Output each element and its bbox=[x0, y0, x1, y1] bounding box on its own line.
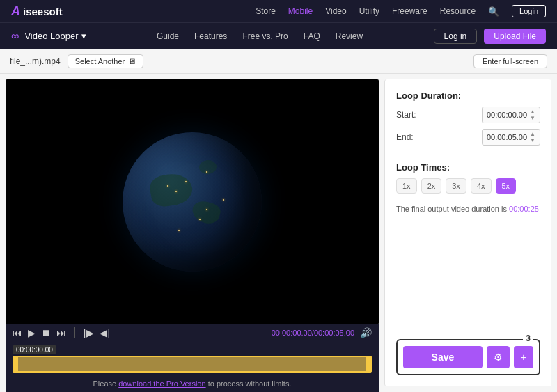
nav-utility[interactable]: Utility bbox=[359, 6, 379, 16]
timeline-area: 00:00:00.00 bbox=[6, 341, 379, 375]
nav-faq[interactable]: FAQ bbox=[304, 31, 320, 41]
stop-button[interactable]: ⏹ bbox=[41, 327, 51, 338]
file-bar-left: file_...m).mp4 Select Another 🖥 bbox=[10, 54, 143, 68]
nav-free-vs-pro[interactable]: Free vs. Pro bbox=[242, 31, 288, 41]
divider bbox=[74, 327, 75, 338]
second-nav-actions: Log in Upload File bbox=[434, 29, 546, 44]
save-area: 3 Save ⚙ + bbox=[396, 339, 540, 375]
logo: A iseesoft bbox=[11, 4, 63, 19]
loop-3x-button[interactable]: 3x bbox=[446, 178, 466, 194]
save-settings-button[interactable]: ⚙ bbox=[487, 346, 510, 368]
loop-5x-button[interactable]: 5x bbox=[496, 178, 517, 194]
loop-duration-section: Loop Duration: Start: 00:00:00.00 ▲▼ End… bbox=[396, 91, 540, 151]
select-another-label: Select Another bbox=[75, 57, 125, 65]
end-label: End: bbox=[396, 132, 414, 142]
loop-times-section: Loop Times: 1x 2x 3x 4x 5x bbox=[396, 162, 540, 194]
save-outline-box: 3 Save ⚙ + bbox=[396, 339, 540, 375]
fullscreen-button[interactable]: Enter full-screen bbox=[473, 54, 547, 68]
login-button[interactable]: Login bbox=[512, 5, 546, 17]
search-icon[interactable]: 🔍 bbox=[488, 6, 499, 17]
logo-icon: A bbox=[11, 4, 20, 19]
loop-4x-button[interactable]: 4x bbox=[471, 178, 492, 194]
loop-duration-title: Loop Duration: bbox=[396, 91, 540, 101]
start-time-input[interactable]: 00:00:00.00 ▲▼ bbox=[482, 107, 540, 123]
save-buttons: Save ⚙ + bbox=[403, 346, 533, 368]
promo-bar: Please download the Pro Version to proce… bbox=[6, 375, 379, 392]
city-light bbox=[206, 171, 207, 173]
app-name-label: Video Looper bbox=[24, 31, 78, 41]
logo-text: iseesoft bbox=[23, 6, 63, 17]
earth-glow bbox=[123, 132, 262, 272]
file-bar: file_...m).mp4 Select Another 🖥 Enter fu… bbox=[0, 49, 557, 74]
dropdown-arrow-icon: ▾ bbox=[81, 31, 86, 41]
nav-resource[interactable]: Resource bbox=[440, 6, 476, 16]
end-time-input[interactable]: 00:00:05.00 ▲▼ bbox=[482, 129, 540, 146]
output-duration-text: The final output video duration is 00:00… bbox=[396, 205, 540, 213]
pro-version-link[interactable]: download the Pro Version bbox=[118, 379, 205, 388]
select-another-button[interactable]: Select Another 🖥 bbox=[68, 54, 144, 68]
nav-review[interactable]: Review bbox=[336, 31, 363, 41]
video-section: ⏮ ▶ ⏹ ⏭ [▶ ◀] 00:00:00.00/00:00:05.00 🔊 … bbox=[0, 74, 384, 392]
time-display: 00:00:00.00/00:00:05.00 bbox=[272, 329, 354, 337]
loop-icon: ∞ bbox=[11, 30, 19, 42]
play-button[interactable]: ▶ bbox=[28, 327, 36, 338]
save-button[interactable]: Save bbox=[403, 346, 483, 368]
nav-freeware[interactable]: Freeware bbox=[392, 6, 427, 16]
loop-1x-button[interactable]: 1x bbox=[396, 178, 417, 194]
loop-times-row: 1x 2x 3x 4x 5x bbox=[396, 178, 540, 194]
output-text: The final output video duration is bbox=[396, 205, 509, 213]
fast-forward-button[interactable]: ⏭ bbox=[56, 327, 66, 338]
second-navigation: ∞ Video Looper ▾ Guide Features Free vs.… bbox=[0, 22, 557, 49]
nav-features[interactable]: Features bbox=[194, 31, 227, 41]
timeline-timestamp: 00:00:00.00 bbox=[13, 345, 56, 354]
monitor-icon: 🖥 bbox=[128, 57, 136, 65]
video-player[interactable] bbox=[6, 79, 379, 324]
app-name-dropdown[interactable]: Video Looper ▾ bbox=[24, 31, 86, 41]
timeline-border bbox=[13, 356, 372, 373]
city-light bbox=[185, 181, 187, 182]
nav-mobile[interactable]: Mobile bbox=[288, 6, 313, 16]
loop-end-button[interactable]: ◀] bbox=[100, 327, 110, 338]
city-light bbox=[206, 209, 207, 210]
app-brand: ∞ Video Looper ▾ bbox=[11, 30, 86, 42]
save-step-number: 3 bbox=[523, 334, 533, 343]
timeline-bar[interactable] bbox=[13, 356, 372, 373]
log-in-button[interactable]: Log in bbox=[434, 29, 478, 44]
filename-label: file_...m).mp4 bbox=[10, 56, 61, 66]
city-light bbox=[199, 219, 201, 220]
top-navigation: A iseesoft Store Mobile Video Utility Fr… bbox=[0, 0, 557, 22]
timeline-handle-right[interactable] bbox=[366, 356, 372, 373]
right-panel: Loop Duration: Start: 00:00:00.00 ▲▼ End… bbox=[384, 79, 551, 386]
timeline-handle-left[interactable] bbox=[13, 356, 18, 373]
earth-visual bbox=[123, 132, 262, 272]
end-time-arrows[interactable]: ▲▼ bbox=[530, 131, 535, 143]
main-content: ⏮ ▶ ⏹ ⏭ [▶ ◀] 00:00:00.00/00:00:05.00 🔊 … bbox=[0, 74, 557, 392]
save-plus-button[interactable]: + bbox=[514, 346, 533, 368]
rewind-button[interactable]: ⏮ bbox=[13, 327, 22, 338]
end-field-row: End: 00:00:05.00 ▲▼ bbox=[396, 129, 540, 146]
loop-times-title: Loop Times: bbox=[396, 162, 540, 173]
start-field-row: Start: 00:00:00.00 ▲▼ bbox=[396, 107, 540, 123]
second-nav-links: Guide Features Free vs. Pro FAQ Review bbox=[157, 31, 363, 41]
output-duration-value: 00:00:25 bbox=[509, 205, 539, 213]
end-time-value: 00:00:05.00 bbox=[487, 133, 527, 141]
loop-start-button[interactable]: [▶ bbox=[84, 327, 94, 338]
start-time-arrows[interactable]: ▲▼ bbox=[530, 109, 535, 121]
city-light bbox=[178, 230, 180, 231]
city-light bbox=[223, 199, 224, 201]
city-light bbox=[175, 191, 177, 192]
loop-2x-button[interactable]: 2x bbox=[421, 178, 442, 194]
current-time: 00:00:00.00 bbox=[272, 329, 312, 337]
top-nav-links: Store Mobile Video Utility Freeware Reso… bbox=[256, 5, 546, 17]
nav-video[interactable]: Video bbox=[325, 6, 346, 16]
nav-store[interactable]: Store bbox=[256, 6, 276, 16]
nav-guide[interactable]: Guide bbox=[157, 31, 179, 41]
promo-text: Please bbox=[93, 379, 119, 388]
promo-text-after: to process without limits. bbox=[206, 379, 292, 388]
start-label: Start: bbox=[396, 110, 416, 120]
controls-bar: ⏮ ▶ ⏹ ⏭ [▶ ◀] 00:00:00.00/00:00:05.00 🔊 bbox=[6, 324, 379, 341]
volume-icon[interactable]: 🔊 bbox=[360, 327, 372, 338]
start-time-value: 00:00:00.00 bbox=[487, 111, 527, 119]
city-light bbox=[167, 185, 168, 187]
upload-file-button[interactable]: Upload File bbox=[484, 29, 546, 44]
